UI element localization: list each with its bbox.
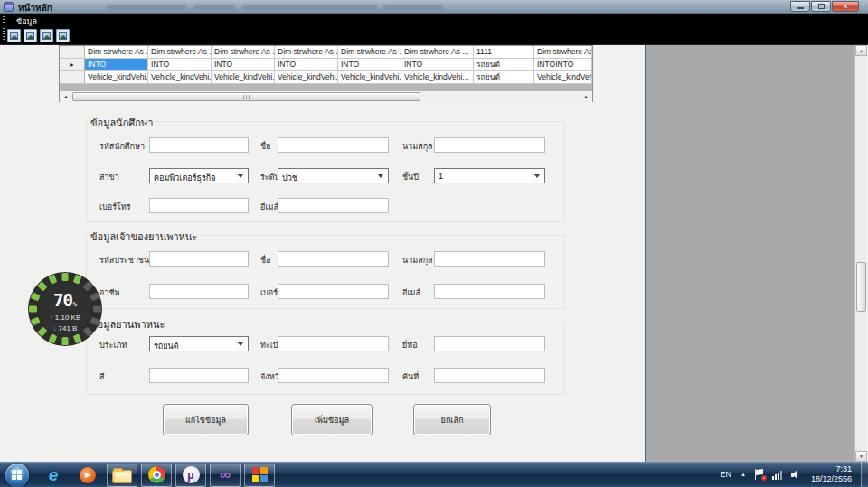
chevron-down-icon[interactable] (531, 169, 544, 183)
grid-cell[interactable]: Vehicle_kindVehi... (534, 71, 592, 84)
grid-cell[interactable]: Dim strwhere As ... (534, 46, 592, 59)
field-label: ชื่อ (260, 140, 271, 153)
minimize-button[interactable] (790, 1, 810, 12)
titlebar[interactable]: หน้าหลัก ✕ (0, 0, 868, 14)
toolbar-button-2[interactable] (24, 29, 37, 42)
tray-clock[interactable]: 7:31 18/12/2556 (811, 464, 852, 484)
grid-cell[interactable]: Vehicle_kindVehi... (85, 71, 148, 84)
chevron-down-icon[interactable] (234, 337, 248, 351)
form-row: สาขา คอมพิวเตอร์ธุรกิจ ระดับ ปวช ชั้นปี … (86, 168, 565, 184)
student-id-input[interactable] (149, 137, 249, 153)
taskbar-item-office-app[interactable] (244, 464, 275, 487)
alert-badge: x (761, 475, 767, 481)
grid-cell-selected[interactable]: INTO (85, 59, 148, 71)
field-label: ชื่อ (260, 254, 271, 267)
grid-cell[interactable]: รถยนต์ (474, 59, 534, 71)
grid-cell[interactable]: Vehicle_kindVehi... (401, 71, 474, 84)
grid-cell[interactable]: Dim strwhere As ... (275, 46, 338, 59)
network-speed-gauge[interactable]: 70% ↑1.10 KB ↓741 B (27, 271, 103, 347)
cancel-button[interactable]: ยกเลิก (413, 404, 491, 435)
level-select[interactable]: ปวช (278, 168, 389, 183)
taskbar: e ▶ µ ∞ EN ▲ x 7:31 18/12/2556 (0, 462, 868, 487)
grid-cell[interactable]: Dim strwhere As ... (85, 46, 148, 59)
scroll-up-arrow-icon[interactable]: ▲ (855, 45, 867, 56)
grid-cell[interactable]: Dim strwhere As ... (338, 46, 401, 59)
taskbar-item-chrome[interactable] (141, 464, 172, 487)
grid-cell[interactable]: รถยนต์ (474, 71, 534, 84)
grid-cell[interactable]: Dim strwhere As ... (148, 46, 212, 59)
scroll-left-arrow-icon[interactable]: ◄ (60, 91, 71, 102)
grid-cell[interactable]: Vehicle_kindVehi... (338, 71, 401, 84)
toolbar-button-1[interactable] (7, 29, 21, 42)
phone-input[interactable] (149, 198, 249, 213)
grid-cell[interactable]: INTO (148, 59, 212, 71)
plate-input[interactable] (278, 336, 389, 351)
field-label: นามสกุล (402, 140, 433, 153)
scroll-down-arrow-icon[interactable]: ▼ (855, 451, 867, 462)
email-input[interactable] (278, 198, 389, 213)
grid-cell[interactable]: Dim strwhere As ... (212, 46, 275, 59)
maximize-button[interactable] (811, 1, 831, 12)
row-selector[interactable] (60, 46, 85, 59)
vertical-scrollbar[interactable]: ▲ ▼ (854, 45, 866, 462)
grid-cell[interactable]: INTO (275, 59, 338, 71)
taskbar-item-visual-studio[interactable]: ∞ (210, 464, 241, 487)
vehicle-type-select[interactable]: รถยนต์ (149, 336, 249, 351)
grip-handle[interactable] (3, 28, 5, 42)
close-button[interactable]: ✕ (832, 1, 859, 12)
taskbar-item-explorer[interactable] (107, 464, 137, 487)
field-label: สี (99, 370, 105, 383)
grid-cell[interactable]: Vehicle_kindVehi... (148, 71, 212, 84)
owner-phone-input[interactable] (278, 284, 389, 299)
grid-cell[interactable]: INTO (401, 59, 474, 71)
grid-cell[interactable]: Dim strwhere As ... (401, 46, 474, 59)
occupation-input[interactable] (149, 284, 249, 299)
scrollbar-thumb[interactable] (856, 262, 866, 312)
owner-first-name-input[interactable] (278, 251, 389, 267)
taskbar-item-media-player[interactable]: ▶ (72, 464, 103, 487)
last-name-input[interactable] (434, 137, 545, 153)
windows-flag-icon (12, 470, 23, 481)
grid-horizontal-scrollbar[interactable]: ◄ ► (60, 91, 592, 102)
brand-input[interactable] (434, 336, 545, 351)
chevron-down-icon[interactable] (234, 169, 248, 183)
toolbar-button-4[interactable] (56, 29, 70, 42)
taskbar-item-internet-explorer[interactable]: e (38, 464, 69, 487)
province-input[interactable] (278, 368, 389, 383)
grid-cell[interactable]: Vehicle_kindVehi... (212, 71, 275, 84)
taskbar-item-utorrent[interactable]: µ (175, 464, 206, 487)
language-indicator[interactable]: EN (720, 470, 731, 479)
vehicle-no-input[interactable] (434, 368, 545, 383)
grip-handle[interactable] (3, 16, 5, 24)
grid-cell[interactable]: INTOINTO (534, 59, 592, 71)
year-select[interactable]: 1 (434, 168, 545, 183)
grid-cell[interactable]: INTO (338, 59, 401, 71)
grid-cell[interactable]: INTO (212, 59, 275, 71)
grid-cell[interactable]: Vehicle_kindVehi... (275, 71, 338, 84)
row-selector[interactable]: ► (60, 59, 85, 71)
chevron-down-icon[interactable] (374, 169, 388, 183)
image-icon (26, 32, 34, 40)
grid-cell[interactable]: 1111 (474, 46, 534, 59)
color-input[interactable] (149, 368, 249, 383)
row-selector[interactable] (60, 71, 85, 84)
window-title: หน้าหลัก (18, 1, 52, 14)
action-center-flag-icon[interactable]: x (755, 469, 765, 480)
image-icon (10, 32, 18, 40)
start-button[interactable] (5, 464, 29, 487)
add-button[interactable]: เพิ่มข้อมูล (291, 404, 373, 435)
owner-last-name-input[interactable] (434, 251, 545, 267)
show-desktop-button[interactable] (861, 462, 868, 487)
owner-email-input[interactable] (434, 284, 545, 299)
hidden-icons-arrow[interactable]: ▲ (741, 472, 746, 477)
scroll-right-arrow-icon[interactable]: ► (580, 91, 592, 102)
major-select[interactable]: คอมพิวเตอร์ธุรกิจ (149, 168, 249, 183)
citizen-id-input[interactable] (149, 251, 249, 267)
scrollbar-thumb[interactable] (72, 92, 420, 101)
speaker-icon[interactable] (791, 470, 802, 480)
first-name-input[interactable] (278, 137, 389, 153)
edit-button[interactable]: แก้ไขข้อมูล (163, 404, 249, 435)
network-signal-icon[interactable] (772, 470, 784, 480)
field-label: เบอร์โทร (99, 201, 131, 213)
toolbar-button-3[interactable] (40, 29, 53, 42)
